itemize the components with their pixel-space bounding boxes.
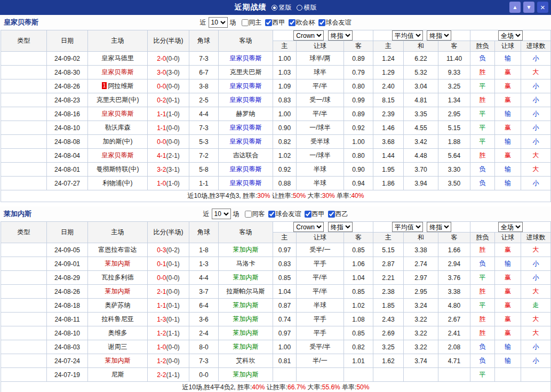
home-team-cell[interactable]: 1阿拉维斯 — [88, 79, 148, 93]
home-team-cell[interactable]: 皇家贝蒂斯 — [88, 149, 148, 163]
away-team-cell[interactable]: 克里夫巴斯 — [219, 66, 273, 79]
filter-西甲[interactable]: 西甲 — [301, 210, 325, 219]
away-team-cell[interactable]: 马洛卡 — [219, 257, 273, 271]
away-team-cell[interactable]: 莱加内斯 — [219, 340, 273, 354]
score-cell[interactable]: 3-2(3-1) — [148, 163, 189, 177]
score-cell[interactable]: 1-3(0-1) — [148, 313, 189, 326]
score-cell[interactable]: 2-2(1-1) — [148, 368, 189, 382]
filter-球会友谊[interactable]: 球会友谊 — [265, 210, 301, 219]
view-vertical-radio[interactable]: 竖版 — [271, 3, 292, 12]
home-team-cell[interactable]: 加的斯(中) — [88, 135, 148, 149]
date-cell: 24-08-29 — [47, 271, 88, 285]
home-team-cell[interactable]: 谢周三 — [88, 340, 148, 354]
euro-odds-type-select[interactable]: 终指 — [427, 30, 451, 41]
euro-company-select[interactable]: 平均值 — [392, 222, 423, 232]
filter-同主[interactable]: 同主 — [238, 18, 262, 27]
handicap-result-cell: 赢 — [495, 79, 521, 93]
home-team-cell[interactable]: 富恩拉布雷达 — [88, 243, 148, 257]
away-team-cell[interactable]: 莱加内斯 — [219, 368, 273, 382]
home-team-cell[interactable]: 皇家贝蒂斯 — [88, 66, 148, 79]
score-cell[interactable]: 1-2(0-0) — [148, 354, 189, 368]
away-team-cell[interactable]: 艾科坎 — [219, 354, 273, 368]
home-team-cell[interactable]: 奥萨苏纳 — [88, 299, 148, 313]
filter-欧会杯[interactable]: 欧会杯 — [285, 18, 315, 27]
filter-西乙[interactable]: 西乙 — [325, 210, 348, 219]
col-header-league: 类型 — [1, 30, 47, 52]
home-team-cell[interactable]: 瓦拉多利德 — [88, 271, 148, 285]
home-team-cell[interactable]: 克里夫巴斯(中) — [88, 93, 148, 107]
score-cell[interactable]: 1-1(0-0) — [148, 121, 189, 135]
goals-result-cell: 小 — [521, 107, 551, 121]
away-team-cell[interactable]: 皇家贝蒂斯 — [219, 121, 273, 135]
full-score: 1-3 — [157, 316, 166, 323]
away-team-cell[interactable]: 皇家贝蒂斯 — [219, 93, 273, 107]
filter-checkbox[interactable] — [289, 19, 296, 26]
euro-odds-type-select[interactable]: 终指 — [427, 222, 451, 232]
home-team-cell[interactable]: 拉科鲁尼亚 — [88, 313, 148, 326]
home-team-cell[interactable]: 莱加内斯 — [88, 285, 148, 299]
away-team-cell[interactable]: 吉达联合 — [219, 149, 273, 163]
away-team-cell[interactable]: 莱加内斯 — [219, 299, 273, 313]
home-team-cell[interactable]: 曼彻斯特联(中) — [88, 163, 148, 177]
filter-checkbox[interactable] — [245, 211, 252, 218]
filter-checkbox[interactable] — [318, 19, 325, 26]
score-cell[interactable]: 1-0(1-0) — [148, 177, 189, 190]
score-cell[interactable]: 0-2(0-1) — [148, 93, 189, 107]
score-cell[interactable]: 0-0(0-0) — [148, 135, 189, 149]
home-team-cell[interactable]: 尼斯 — [88, 368, 148, 382]
away-team-cell[interactable]: 拉斯帕尔马斯 — [219, 285, 273, 299]
home-team-cell[interactable]: 莱加内斯 — [88, 354, 148, 368]
recent-count-select[interactable]: 10 — [212, 209, 231, 219]
away-team-cell[interactable]: 皇家贝蒂斯 — [219, 79, 273, 93]
score-cell[interactable]: 1-0(0-0) — [148, 340, 189, 354]
filter-球会友谊[interactable]: 球会友谊 — [315, 18, 352, 27]
euro-company-select[interactable]: 平均值 — [392, 30, 423, 41]
score-cell[interactable]: 2-0(0-0) — [148, 52, 189, 66]
score-cell[interactable]: 1-1(0-1) — [148, 299, 189, 313]
away-team-cell[interactable]: 赫罗纳 — [219, 107, 273, 121]
scope-select[interactable]: 全场 — [498, 222, 523, 232]
score-cell[interactable]: 0-0(0-0) — [148, 79, 189, 93]
score-cell[interactable]: 0-0(0-0) — [148, 271, 189, 285]
home-team-cell[interactable]: 莱加内斯 — [88, 257, 148, 271]
away-team-cell[interactable]: 莱加内斯 — [219, 326, 273, 340]
home-team-cell[interactable]: 皇家贝蒂斯 — [88, 107, 148, 121]
filter-checkbox[interactable] — [242, 19, 249, 26]
away-team-cell[interactable]: 皇家贝蒂斯 — [219, 135, 273, 149]
move-up-button[interactable]: ▲ — [509, 2, 521, 13]
home-team-cell[interactable]: 奥维多 — [88, 326, 148, 340]
crown-company-select[interactable]: Crown — [293, 222, 324, 232]
score-cell[interactable]: 1-1(1-0) — [148, 107, 189, 121]
filter-checkbox[interactable] — [265, 19, 272, 26]
scope-select[interactable]: 全场 — [498, 30, 523, 41]
home-team-cell[interactable]: 勒沃库森 — [88, 121, 148, 135]
away-team-cell[interactable]: 皇家贝蒂斯 — [219, 177, 273, 190]
score-cell[interactable]: 3-0(3-0) — [148, 66, 189, 79]
crown-odds-type-select[interactable]: 终指 — [328, 222, 353, 232]
handicap-result-cell: 赢 — [495, 149, 521, 163]
score-cell[interactable]: 4-1(2-1) — [148, 149, 189, 163]
score-cell[interactable]: 0-3(0-2) — [148, 243, 189, 257]
away-team-cell[interactable]: 皇家贝蒂斯 — [219, 52, 273, 66]
score-cell[interactable]: 1-2(1-1) — [148, 326, 189, 340]
crown-odds-type-select[interactable]: 终指 — [328, 30, 353, 41]
filter-西甲[interactable]: 西甲 — [262, 18, 285, 27]
crown-company-select[interactable]: Crown — [293, 30, 324, 41]
filter-checkbox[interactable] — [328, 211, 335, 218]
away-team-cell[interactable]: 莱加内斯 — [219, 313, 273, 326]
view-horizontal-radio[interactable]: 横版 — [297, 3, 317, 12]
move-down-button[interactable]: ▼ — [523, 2, 534, 13]
home-team-cell[interactable]: 利物浦(中) — [88, 177, 148, 190]
away-team-cell[interactable]: 皇家贝蒂斯 — [219, 163, 273, 177]
away-team-cell[interactable]: 莱加内斯 — [219, 243, 273, 257]
close-button[interactable]: × — [537, 2, 548, 13]
score-cell[interactable]: 0-1(0-1) — [148, 257, 189, 271]
filter-checkbox[interactable] — [305, 211, 312, 218]
filter-checkbox[interactable] — [268, 211, 275, 218]
home-team-cell[interactable]: 皇家马德里 — [88, 52, 148, 66]
filter-同客[interactable]: 同客 — [242, 210, 265, 219]
recent-count-select[interactable]: 10 — [209, 17, 228, 28]
away-team-cell[interactable]: 莱加内斯 — [219, 271, 273, 285]
score-cell[interactable]: 2-1(0-0) — [148, 285, 189, 299]
date-cell: 24-08-03 — [47, 340, 88, 354]
